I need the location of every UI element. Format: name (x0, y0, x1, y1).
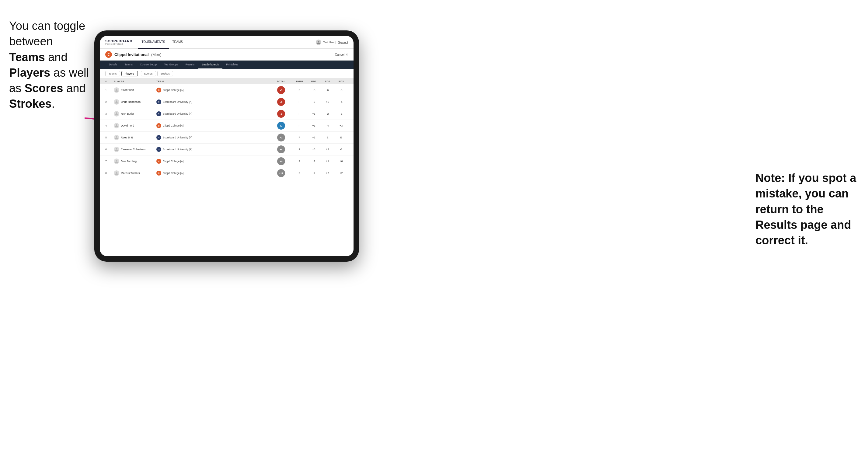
rd2-cell: -2 (321, 112, 334, 115)
tab-course-setup[interactable]: Course Setup (136, 61, 160, 69)
rank-cell: 1 (105, 89, 114, 92)
team-name: Scoreboard University [A] (163, 112, 192, 115)
tab-bar: Details Teams Course Setup Tee Groups Re… (100, 61, 353, 69)
rd3-cell: -1 (334, 112, 348, 115)
total-cell: E (271, 122, 292, 130)
tab-details[interactable]: Details (105, 61, 121, 69)
player-cell: David Ford (114, 123, 156, 128)
toggle-strokes[interactable]: Strokes (157, 71, 174, 76)
col-player: PLAYER (114, 80, 156, 83)
team-logo-icon: S (156, 99, 161, 104)
team-cell: S Scoreboard University [A] (156, 147, 271, 152)
players-bold: Players (9, 66, 50, 79)
table-row[interactable]: 6 Cameron Robertson S Scoreboard Univers… (100, 144, 353, 155)
leaderboard-table: # PLAYER TEAM TOTAL THRU RD1 RD2 RD3 1 E… (100, 79, 353, 256)
cancel-button[interactable]: Cancel ✕ (335, 53, 348, 56)
table-row[interactable]: 7 Blair McHarg C Clippd College [A] +9 F… (100, 155, 353, 167)
logo-text: SCOREBOARD (105, 39, 132, 43)
team-logo-icon: C (156, 123, 161, 128)
col-team: TEAM (156, 80, 271, 83)
col-total: TOTAL (271, 80, 292, 83)
team-cell: C Clippd College [A] (156, 171, 271, 176)
svg-point-4 (116, 124, 117, 126)
player-cell: Rees Britt (114, 135, 156, 140)
team-logo-icon: S (156, 111, 161, 116)
svg-point-7 (116, 160, 117, 161)
sub-toggle-bar: Teams Players Scores Strokes (100, 69, 353, 79)
total-cell: -2 (271, 110, 292, 118)
toggle-scores[interactable]: Scores (141, 71, 156, 76)
total-cell: +6 (271, 146, 292, 153)
logo-area: SCOREBOARD Powered by clippd (105, 39, 132, 45)
nav-tournaments[interactable]: TOURNAMENTS (138, 36, 168, 49)
team-cell: S Scoreboard University [A] (156, 135, 271, 140)
tab-printables[interactable]: Printables (222, 61, 242, 69)
tablet-frame: SCOREBOARD Powered by clippd TOURNAMENTS… (94, 30, 359, 262)
avatar (114, 170, 119, 176)
rd3-cell: -5 (334, 89, 348, 92)
rd1-cell: +1 (307, 112, 321, 115)
total-cell: +11 (271, 169, 292, 177)
avatar (114, 99, 119, 105)
rd1-cell: -5 (307, 100, 321, 103)
team-logo-icon: C (156, 171, 161, 176)
team-cell: C Clippd College [A] (156, 88, 271, 92)
score-badge: -8 (277, 86, 285, 94)
table-row[interactable]: 8 Marcus Turners C Clippd College [A] +1… (100, 167, 353, 179)
rank-cell: 7 (105, 160, 114, 163)
rd3-cell: +3 (334, 124, 348, 127)
rd1-cell: +2 (307, 172, 321, 175)
player-cell: Cameron Robertson (114, 147, 156, 152)
toggle-players[interactable]: Players (121, 71, 138, 76)
nav-teams[interactable]: TEAMS (169, 36, 186, 49)
scores-bold: Scores (25, 82, 63, 95)
team-cell: S Scoreboard University [A] (156, 111, 271, 116)
toggle-teams[interactable]: Teams (105, 71, 120, 76)
cancel-label: Cancel (335, 53, 344, 56)
rd3-cell: -4 (334, 100, 348, 103)
rd1-cell: +1 (307, 124, 321, 127)
team-logo-icon: C (156, 159, 161, 164)
team-logo-icon: S (156, 147, 161, 152)
tab-leaderboards[interactable]: Leaderboards (198, 61, 223, 69)
table-row[interactable]: 4 David Ford C Clippd College [A] E F +1… (100, 120, 353, 132)
sign-out-link[interactable]: Sign out (338, 41, 348, 44)
player-name: Cameron Robertson (121, 148, 146, 151)
team-name: Clippd College [A] (163, 160, 183, 163)
tab-results[interactable]: Results (182, 61, 198, 69)
tournament-name: Clippd Invitational (114, 52, 149, 57)
thru-cell: F (292, 136, 307, 139)
avatar (114, 123, 119, 128)
rank-cell: 4 (105, 124, 114, 127)
thru-cell: F (292, 124, 307, 127)
table-row[interactable]: 2 Chris Robertson S Scoreboard Universit… (100, 96, 353, 108)
score-badge: E (277, 122, 285, 130)
player-cell: Marcus Turners (114, 170, 156, 176)
rd2-cell: E (321, 136, 334, 139)
logo-sub: Powered by clippd (105, 43, 132, 45)
table-row[interactable]: 5 Rees Britt S Scoreboard University [A]… (100, 132, 353, 144)
rank-cell: 2 (105, 100, 114, 103)
score-badge: -4 (277, 98, 285, 106)
svg-point-5 (116, 136, 117, 137)
tablet-screen: SCOREBOARD Powered by clippd TOURNAMENTS… (100, 36, 353, 256)
tab-tee-groups[interactable]: Tee Groups (160, 61, 182, 69)
thru-cell: F (292, 172, 307, 175)
table-body: 1 Elliot Ebert C Clippd College [A] -8 F… (100, 84, 353, 179)
tournament-logo: C (105, 51, 112, 58)
score-badge: +9 (277, 157, 285, 165)
rd2-cell: +5 (321, 100, 334, 103)
col-rank: # (105, 80, 114, 83)
tab-teams[interactable]: Teams (121, 61, 136, 69)
table-row[interactable]: 3 Rich Butler S Scoreboard University [A… (100, 108, 353, 120)
player-cell: Elliot Ebert (114, 87, 156, 93)
tournament-title: C Clippd Invitational (Men) (105, 51, 161, 58)
player-name: David Ford (121, 124, 134, 127)
nav-items: TOURNAMENTS TEAMS (138, 36, 316, 49)
player-cell: Chris Robertson (114, 99, 156, 105)
team-name: Scoreboard University [A] (163, 136, 192, 139)
total-cell: -4 (271, 98, 292, 106)
left-annotation: You can toggle between Teams and Players… (9, 18, 91, 112)
table-row[interactable]: 1 Elliot Ebert C Clippd College [A] -8 F… (100, 84, 353, 96)
svg-point-1 (116, 89, 117, 90)
